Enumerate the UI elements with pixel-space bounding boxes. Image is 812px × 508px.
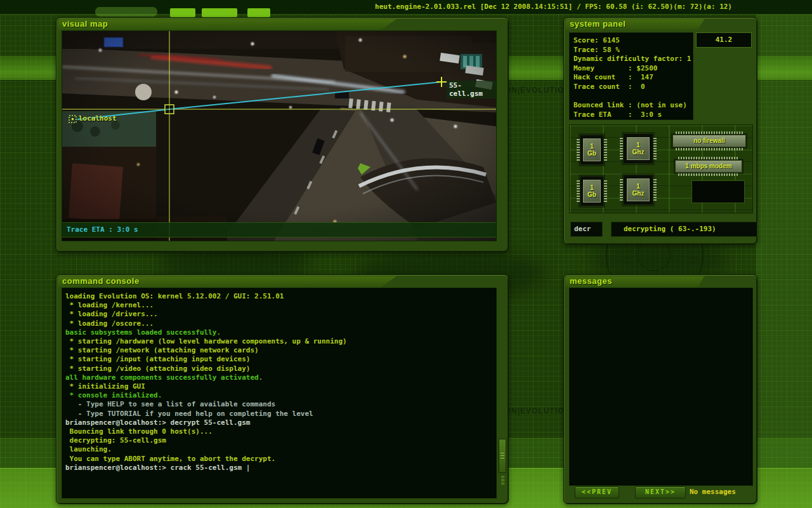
cpu-chip: 1 Ghz (623, 175, 653, 205)
modem-slot: 1 mbps modem (675, 160, 742, 173)
console-line: loading Evolution OS: kernel 5.12.002 / … (65, 292, 494, 301)
empty-hardware-slot (691, 180, 745, 203)
console-line: * loading /oscore... (65, 319, 494, 328)
console-line: Bouncing link through 0 host(s)... (65, 427, 494, 436)
messages-body (569, 288, 753, 486)
console-line: basic subsystems loaded successfully. (65, 328, 494, 337)
console-line: * starting /hardware (low level hardware… (65, 337, 494, 346)
map-trace-eta-bar: Trace ETA : 3:0 s (62, 222, 496, 237)
console-line: Score: 6145 (573, 36, 693, 46)
console-frame-decal: 000 (500, 476, 505, 486)
console-line: * starting /video (attaching video displ… (65, 364, 494, 373)
console-line: * starting /network (attaching network c… (65, 346, 494, 355)
console-line: Trace ETA : 3:0 s (573, 110, 693, 120)
console-output[interactable]: loading Evolution OS: kernel 5.12.002 / … (62, 288, 497, 498)
console-line: * loading /kernel... (65, 301, 494, 310)
ram-chip-label: Gb (587, 191, 596, 198)
console-line: - Type TUTORIAL if you need help on comp… (65, 410, 494, 418)
cpu-chip-label: Ghz (632, 190, 645, 197)
command-console-title: command console (62, 276, 140, 286)
console-line: all hardware components successfully act… (65, 373, 494, 382)
console-line: Hack count : 147 (573, 73, 693, 83)
console-line: * starting /input (attaching input devic… (65, 355, 494, 364)
localhost-marker-dot (72, 118, 74, 120)
logo-fragment (170, 8, 195, 17)
map-viewport: localhost 55-cell.gsm Trace ETA : 3:0 s (62, 30, 497, 241)
game-screen: TION|EVOLUTION TION|EVOLUTION heut.engin… (0, 0, 812, 508)
console-line: Bounced link : (not in use) (573, 101, 693, 110)
crosshair-center-dot (169, 109, 170, 110)
console-scrollbar-thumb[interactable] (499, 439, 506, 473)
console-line: You can type ABORT anytime, to abort the… (65, 455, 494, 464)
system-stats: Score: 6145Trace: 58 %Dynamic difficulty… (569, 32, 693, 120)
console-line: brianspencer@localhost:> decrypt 55-cell… (65, 418, 494, 427)
console-line: Trace count : 0 (573, 83, 693, 92)
map-overlay (62, 31, 496, 241)
visual-map-panel: visual map (56, 17, 509, 252)
console-line: Dynamic difficulty factor: 1 (573, 55, 693, 64)
console-line: decrypting: 55-cell.gsm (65, 436, 494, 445)
gauge-readout: 41.2 (696, 32, 752, 48)
ram-chip: 1 Gb (580, 176, 604, 206)
hardware-board: 1 Gb 1 Gb 1 Ghz 1 Ghz (569, 124, 753, 213)
decr-command-box: decr (570, 222, 603, 237)
ram-chip-label: Gb (587, 150, 596, 157)
console-line: - Type HELP to see a list of available c… (65, 400, 494, 409)
messages-panel: messages <<PREV NEXT>> No messages (563, 274, 757, 504)
command-console-panel: command console loading Evolution OS: ke… (56, 274, 509, 504)
messages-title: messages (570, 276, 612, 286)
logo-fragment (247, 8, 270, 17)
visual-map-header (58, 19, 447, 30)
console-line: launching. (65, 445, 494, 454)
logo-fragment (202, 8, 237, 17)
firewall-slot: no firewall (672, 135, 746, 147)
cpu-chip-label: 1 (636, 142, 640, 149)
cpu-chip-label: Ghz (632, 149, 645, 156)
ram-chip-label: 1 (590, 184, 594, 191)
console-line: * initializing GUI (65, 382, 494, 391)
gauge-value: 41.2 (716, 36, 733, 44)
target-host-label: 55-cell.gsm (447, 81, 496, 98)
decrypt-status-box: decrypting ( 63-.-193) (611, 222, 757, 237)
engine-status-text: heut.engine-2.01.033.rel [Dec 12 2008.14… (375, 3, 732, 11)
console-line: * loading /drivers... (65, 310, 494, 319)
cpu-chip: 1 Ghz (623, 133, 653, 164)
console-line: Trace: 58 % (573, 46, 693, 55)
system-panel: system panel Score: 6145Trace: 58 %Dynam… (563, 17, 757, 244)
ram-chip-label: 1 (590, 143, 594, 150)
console-line: Money : $2500 (573, 64, 693, 74)
next-message-button[interactable]: NEXT>> (635, 486, 686, 498)
ram-chip: 1 Gb (580, 135, 604, 165)
prev-message-button[interactable]: <<PREV (575, 486, 619, 498)
console-line: * console initialized. (65, 391, 494, 400)
messages-status-text: No messages (690, 488, 736, 496)
system-panel-title: system panel (570, 19, 625, 29)
localhost-label: localhost (79, 114, 117, 123)
cpu-chip-label: 1 (636, 183, 640, 190)
logo-pill-decal (95, 7, 157, 17)
console-line: brianspencer@localhost:> crack 55-cell.g… (65, 464, 494, 472)
bounce-link-line (77, 82, 442, 119)
visual-map-title: visual map (62, 19, 108, 29)
console-line (573, 92, 693, 102)
